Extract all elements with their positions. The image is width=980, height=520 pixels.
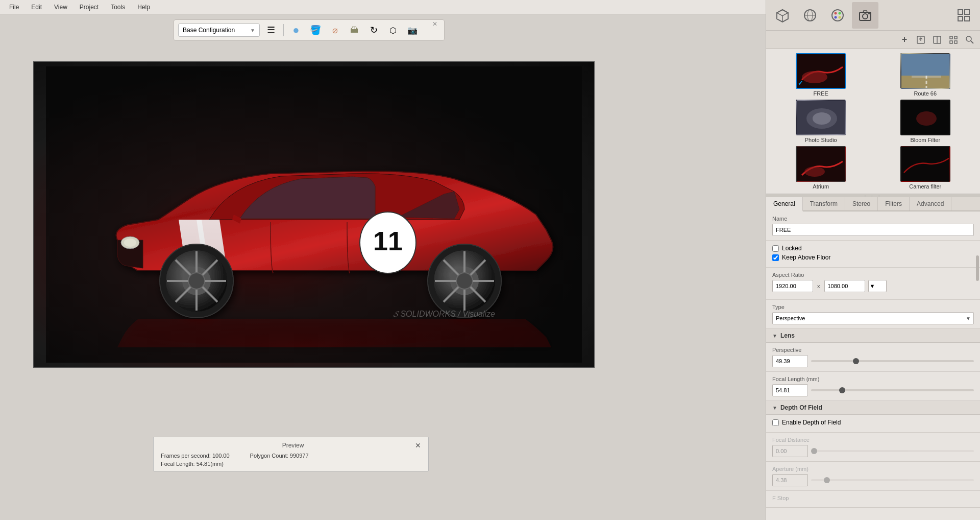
keep-above-floor-label: Keep Above Floor	[782, 254, 830, 261]
options-section: Locked Keep Above Floor	[766, 241, 980, 268]
sphere-icon[interactable]: ●	[288, 22, 304, 38]
perspective-slider-row	[772, 355, 974, 367]
scene-img-bloom	[900, 100, 950, 135]
svg-marker-25	[777, 10, 788, 16]
scene-thumb-camerafilter[interactable]: Camera filter	[875, 146, 976, 190]
focal-length-input[interactable]	[772, 384, 808, 396]
keep-above-floor-checkbox[interactable]	[772, 254, 779, 261]
perspective-label: Perspective	[772, 347, 974, 353]
type-dropdown[interactable]: Perspective Orthographic	[772, 312, 974, 324]
svg-point-62	[916, 111, 937, 126]
focal-length-label: Focal Length (mm)	[772, 376, 974, 382]
type-section: Type Perspective Orthographic ▼	[766, 300, 980, 329]
focal-length-slider[interactable]	[811, 389, 974, 391]
scene-icon[interactable]: 🏔	[346, 22, 362, 38]
focal-distance-slider-row	[772, 445, 974, 457]
svg-rect-39	[965, 10, 969, 14]
tab-advanced[interactable]: Advanced	[910, 197, 951, 210]
camera-panel-icon[interactable]	[852, 2, 878, 29]
menu-file[interactable]: File	[4, 2, 24, 13]
panel-top-icons	[766, 0, 980, 31]
focal-distance-input[interactable]	[772, 445, 808, 457]
focal-label: Focal Length:	[161, 461, 195, 467]
perspective-input[interactable]	[772, 355, 808, 367]
panels-icon[interactable]	[950, 2, 977, 29]
add-scene-icon[interactable]: +	[897, 33, 912, 47]
search-scenes-icon[interactable]	[963, 33, 977, 47]
scene-img-free: ✓	[796, 53, 846, 89]
tab-filters[interactable]: Filters	[878, 197, 910, 210]
enable-dof-checkbox[interactable]	[772, 419, 779, 426]
tab-transform[interactable]: Transform	[803, 197, 845, 210]
svg-point-14	[188, 273, 205, 289]
aspect-width-input[interactable]	[772, 280, 813, 292]
scene-label-bloom: Bloom Filter	[910, 137, 940, 143]
svg-point-3	[124, 239, 136, 247]
x-label: x	[816, 283, 821, 289]
list-icon[interactable]: ☰	[263, 22, 279, 38]
tab-general[interactable]: General	[766, 197, 803, 211]
lens-collapse-arrow: ▼	[772, 333, 777, 339]
export-icon[interactable]	[914, 33, 928, 47]
svg-rect-38	[958, 10, 963, 14]
cylinder-icon[interactable]: ⌀	[327, 22, 343, 38]
status-bar: Preview ✕ Frames per second: 100.00 Poly…	[153, 437, 429, 471]
locked-checkbox[interactable]	[772, 245, 779, 252]
cube-icon[interactable]	[769, 2, 796, 29]
sphere-material-icon[interactable]	[797, 2, 823, 29]
toolbar-separator	[283, 24, 284, 36]
scene-thumb-route66[interactable]: Route 66	[875, 53, 976, 97]
svg-point-50	[966, 36, 971, 41]
name-input[interactable]	[772, 224, 974, 236]
grid-view-icon[interactable]	[946, 33, 961, 47]
close-toolbar-icon[interactable]: ✕	[427, 16, 443, 32]
svg-rect-46	[950, 36, 952, 39]
perspective-slider[interactable]	[811, 360, 974, 362]
svg-point-32	[839, 12, 841, 14]
menu-edit[interactable]: Edit	[26, 2, 47, 13]
svg-point-31	[835, 12, 837, 14]
aspect-ratio-section: Aspect Ratio x ▼	[766, 268, 980, 300]
svg-line-51	[971, 41, 973, 43]
lens-section-header[interactable]: ▼ Lens	[766, 329, 980, 343]
toolbar: Base Configuration ▼ ☰ ● 🪣 ⌀ 🏔 ↻ ⬡ 📷 ✕	[174, 19, 445, 41]
polygons-label: Polygon Count:	[250, 453, 288, 459]
scene-thumb-atrium[interactable]: Atrium	[770, 146, 872, 190]
locked-row: Locked	[772, 245, 974, 252]
aspect-ratio-dropdown[interactable]: ▼	[868, 280, 887, 292]
aspect-height-input[interactable]	[824, 280, 865, 292]
close-preview-button[interactable]: ✕	[415, 441, 421, 450]
menu-tools[interactable]: Tools	[106, 2, 130, 13]
scene-label-atrium: Atrium	[813, 183, 829, 190]
menu-view[interactable]: View	[49, 2, 72, 13]
camera-render-icon[interactable]: 📷	[404, 22, 421, 38]
car-svg: 11	[46, 66, 582, 363]
split-view-icon[interactable]	[930, 33, 944, 47]
scene-thumb-bloom[interactable]: Bloom Filter	[875, 100, 976, 143]
scene-thumb-photostudio[interactable]: Photo Studio	[770, 100, 872, 143]
menu-help[interactable]: Help	[132, 2, 155, 13]
scrollbar-thumb[interactable]	[976, 255, 979, 281]
import-icon[interactable]: ⬡	[385, 22, 401, 38]
aperture-input[interactable]	[772, 474, 808, 486]
scene-label-free: FREE	[814, 90, 828, 97]
tab-stereo[interactable]: Stereo	[845, 197, 878, 210]
scene-img-route66	[900, 53, 950, 89]
atrium-thumb-art	[797, 147, 846, 182]
aperture-slider[interactable]	[811, 479, 974, 481]
perspective-section: Perspective	[766, 343, 980, 372]
palette-icon[interactable]	[824, 2, 851, 29]
active-checkmark: ✓	[798, 80, 803, 87]
scene-thumb-free[interactable]: ✓ FREE	[770, 53, 872, 97]
svg-rect-47	[954, 36, 957, 39]
focal-length-slider-row	[772, 384, 974, 396]
config-dropdown[interactable]: Base Configuration ▼	[178, 23, 260, 37]
refresh-icon[interactable]: ↻	[365, 22, 382, 38]
enable-dof-label: Enable Depth of Field	[782, 419, 841, 426]
focal-distance-slider[interactable]	[811, 450, 974, 452]
menu-project[interactable]: Project	[75, 2, 104, 13]
panel-action-icons: +	[766, 31, 980, 49]
svg-rect-65	[901, 147, 950, 182]
dof-section-header[interactable]: ▼ Depth Of Field	[766, 401, 980, 415]
bucket-icon[interactable]: 🪣	[307, 22, 324, 38]
